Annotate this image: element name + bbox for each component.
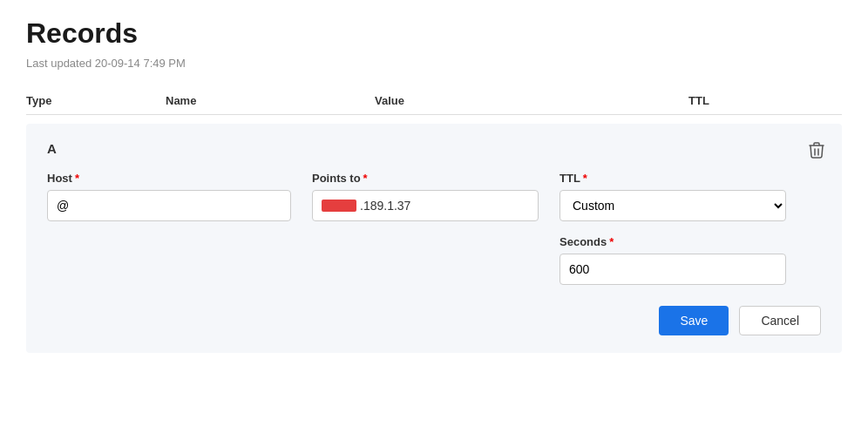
table-header: Type Name Value TTL <box>26 87 842 115</box>
redacted-ip-block <box>322 200 356 212</box>
delete-button[interactable] <box>805 138 828 165</box>
host-label: Host * <box>47 172 291 185</box>
action-row: Save Cancel <box>47 306 821 335</box>
last-updated-text: Last updated 20-09-14 7:49 PM <box>26 57 842 70</box>
seconds-label: Seconds * <box>559 235 786 248</box>
host-input[interactable] <box>47 190 291 221</box>
fields-row: Host * Points to * .189.1​​​.37 TTL <box>47 172 821 221</box>
host-required-star: * <box>75 172 79 185</box>
delete-icon <box>809 141 824 159</box>
header-name: Name <box>166 94 375 107</box>
save-button[interactable]: Save <box>659 306 729 335</box>
cancel-button[interactable]: Cancel <box>739 306 821 335</box>
ttl-select[interactable]: Auto Custom 300 600 900 1800 3600 <box>559 190 786 221</box>
seconds-field-group: Seconds * <box>559 235 786 285</box>
header-value: Value <box>375 94 688 107</box>
header-ttl: TTL <box>688 94 842 107</box>
record-card: A Host * Points to * <box>26 124 842 353</box>
host-field-group: Host * <box>47 172 291 221</box>
page-container: Records Last updated 20-09-14 7:49 PM Ty… <box>0 0 868 440</box>
points-to-required-star: * <box>363 172 368 185</box>
ttl-required-star: * <box>583 172 587 185</box>
ttl-label: TTL * <box>559 172 786 185</box>
header-type: Type <box>26 94 166 107</box>
seconds-required-star: * <box>609 235 614 248</box>
ip-suffix: .189.1​​​.37 <box>360 199 410 213</box>
points-to-label: Points to * <box>312 172 539 185</box>
points-to-input[interactable]: .189.1​​​.37 <box>312 190 539 221</box>
ttl-field-group: TTL * Auto Custom 300 600 900 1800 3600 <box>559 172 786 221</box>
points-to-field-group: Points to * .189.1​​​.37 <box>312 172 539 221</box>
seconds-input[interactable] <box>559 254 786 285</box>
record-type-label: A <box>47 141 821 156</box>
page-title: Records <box>26 17 842 50</box>
seconds-row: Seconds * <box>47 235 821 285</box>
